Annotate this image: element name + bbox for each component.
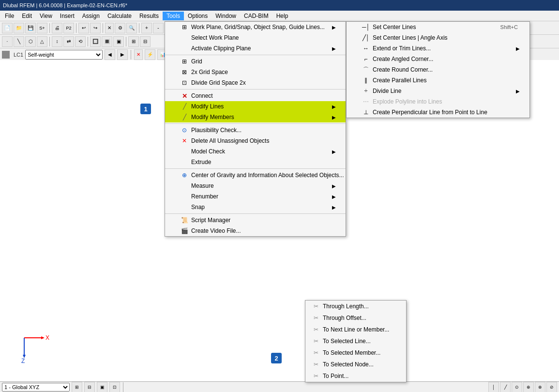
tb-open[interactable]: 📁 — [14, 23, 24, 33]
lc-prev[interactable]: ◀ — [105, 49, 115, 60]
dd-activate-clipping[interactable]: Activate Clipping Plane ▶ — [165, 43, 346, 54]
dd-perpendicular-line[interactable]: ⊥ Create Perpendicular Line from Point t… — [347, 107, 529, 118]
bt-2[interactable]: ╱ — [500, 382, 511, 392]
dd-to-point[interactable]: ✂ To Point... — [305, 370, 406, 382]
tb-redo[interactable]: ↪ — [90, 23, 101, 33]
tb2-2[interactable]: ╲ — [14, 36, 24, 47]
tb-misc1[interactable]: ✕ — [105, 23, 114, 33]
dd-modify-lines[interactable]: ╱ Modify Lines ▶ — [165, 101, 346, 112]
dd-extend-trim[interactable]: ↔ Extend or Trim Lines... ▶ — [347, 43, 529, 54]
center-lines-icon: ─│ — [361, 23, 371, 31]
menu-results[interactable]: Results — [136, 12, 163, 20]
menu-view[interactable]: View — [36, 12, 56, 20]
dd-to-selected-node[interactable]: ✂ To Selected Node... — [305, 359, 406, 370]
dd-through-length[interactable]: ✂ Through Length... — [305, 301, 406, 312]
dd-parallel-lines[interactable]: ∥ Create Parallel Lines — [347, 75, 529, 86]
tb2-1[interactable]: · — [2, 36, 13, 47]
lc-btn1[interactable]: ✕ — [134, 49, 143, 60]
tb-print2[interactable]: P2 — [63, 23, 74, 33]
script-icon: 📜 — [180, 216, 189, 224]
menu-insert[interactable]: Insert — [56, 12, 78, 20]
lc-icon — [2, 51, 10, 59]
dd-script-manager[interactable]: 📜 Script Manager — [165, 215, 346, 226]
tb2-4[interactable]: △ — [37, 36, 47, 47]
menu-options[interactable]: Options — [184, 12, 212, 20]
tb-print[interactable]: 🖨 — [52, 23, 62, 33]
status-btn1[interactable]: ⊞ — [72, 382, 82, 392]
tb2-10[interactable]: ▣ — [113, 36, 124, 47]
tb-save2[interactable]: S+ — [37, 23, 47, 33]
dd-angled-corner[interactable]: ⌐ Create Angled Corner... — [347, 54, 529, 64]
dd-to-next-line[interactable]: ✂ To Next Line or Member... — [305, 324, 406, 335]
grid-icon: ⊞ — [180, 58, 189, 65]
dd-grid[interactable]: ⊞ Grid — [165, 56, 346, 67]
dd-modify-members[interactable]: ╱ Modify Members ▶ — [165, 112, 346, 122]
tb-zoom2[interactable]: - — [153, 23, 164, 33]
dd-divide-line[interactable]: ÷ Divide Line ▶ — [347, 86, 529, 96]
bt-1[interactable]: │ — [488, 382, 499, 392]
dd-measure[interactable]: Measure ▶ — [165, 181, 346, 191]
dd-connect[interactable]: ✕ Connect — [165, 90, 346, 101]
dd-work-plane[interactable]: ⊞ Work Plane, Grid/Snap, Object Snap, Gu… — [165, 22, 346, 32]
to-selected-node-icon: ✂ — [311, 361, 321, 368]
dd-to-selected-member[interactable]: ✂ To Selected Member... — [305, 347, 406, 359]
status-btn3[interactable]: ▣ — [97, 382, 107, 392]
menu-edit[interactable]: Edit — [18, 12, 36, 20]
tb-new[interactable]: 📄 — [2, 23, 13, 33]
tb2-7[interactable]: ⟲ — [75, 36, 86, 47]
bt-3[interactable]: ⊙ — [512, 382, 522, 392]
title-bar: Dlubal RFEM | 6.04.0008 | Example-02-EN-… — [0, 0, 559, 11]
dd-select-work-plane[interactable]: Select Work Plane — [165, 32, 346, 43]
bt-5[interactable]: ⊗ — [535, 382, 545, 392]
tb2-12[interactable]: ⊟ — [140, 36, 151, 47]
dd-center-gravity[interactable]: ⊕ Center of Gravity and Information Abou… — [165, 170, 346, 181]
round-corner-icon: ⌒ — [361, 66, 371, 74]
view-select[interactable]: 1 - Global XYZ — [2, 383, 70, 392]
dd-explode-polyline[interactable]: ⋯ Explode Polyline into Lines — [347, 96, 529, 107]
svg-marker-3 — [41, 336, 45, 339]
connect-icon: ✕ — [180, 92, 189, 100]
tb2-6[interactable]: ⇄ — [63, 36, 74, 47]
dd-snap[interactable]: Snap ▶ — [165, 202, 346, 212]
dd-set-center-lines-angle[interactable]: ╱│ Set Center Lines | Angle Axis — [347, 32, 529, 43]
dd-extrude[interactable]: Extrude — [165, 157, 346, 167]
status-btn4[interactable]: ⊡ — [109, 382, 120, 392]
lc-next[interactable]: ▶ — [117, 49, 128, 60]
menu-cad-bim[interactable]: CAD-BIM — [240, 12, 272, 20]
to-selected-member-icon: ✂ — [311, 349, 321, 357]
tb-undo[interactable]: ↩ — [78, 23, 89, 33]
status-btn2[interactable]: ⊟ — [84, 382, 95, 392]
dd-plausibility[interactable]: ⊙ Plausibility Check... — [165, 125, 346, 136]
tb-save[interactable]: 💾 — [25, 23, 36, 33]
tb2-8[interactable]: 🔲 — [90, 36, 101, 47]
bt-6[interactable]: ⊘ — [546, 382, 557, 392]
tb2-3[interactable]: ⬡ — [25, 36, 36, 47]
dd-create-video[interactable]: 🎬 Create Video File... — [165, 226, 346, 236]
menu-help[interactable]: Help — [272, 12, 292, 20]
dd-renumber[interactable]: Renumber ▶ — [165, 191, 346, 202]
dd-set-center-lines[interactable]: ─│ Set Center Lines Shift+C — [347, 22, 529, 32]
tb-zoom1[interactable]: + — [141, 23, 152, 33]
menu-tools[interactable]: Tools — [163, 12, 184, 20]
menu-assign[interactable]: Assign — [78, 12, 104, 20]
dd-delete-unassigned[interactable]: ✕ Delete All Unassigned Objects — [165, 136, 346, 146]
tb2-5[interactable]: ↕ — [52, 36, 62, 47]
dd-to-selected-line[interactable]: ✂ To Selected Line... — [305, 335, 406, 347]
dd-2x-grid[interactable]: ⊠ 2x Grid Space — [165, 67, 346, 77]
dd-through-offset[interactable]: ✂ Through Offset... — [305, 312, 406, 324]
tb2-11[interactable]: ⊞ — [128, 36, 139, 47]
sep — [49, 23, 50, 33]
parallel-lines-icon: ∥ — [361, 76, 371, 84]
tb-misc3[interactable]: 🔍 — [126, 23, 137, 33]
menu-calculate[interactable]: Calculate — [104, 12, 136, 20]
bt-4[interactable]: ⊕ — [523, 382, 534, 392]
menu-file[interactable]: File — [1, 12, 18, 20]
dd-round-corner[interactable]: ⌒ Create Round Corner... — [347, 64, 529, 75]
dd-divide-grid[interactable]: ⊡ Divide Grid Space 2x — [165, 77, 346, 88]
lc-btn2[interactable]: ⚡ — [145, 49, 155, 60]
lc-select[interactable]: Self-weight — [25, 50, 103, 60]
menu-window[interactable]: Window — [212, 12, 240, 20]
dd-model-check[interactable]: Model Check ▶ — [165, 146, 346, 157]
tb-misc2[interactable]: ⚙ — [115, 23, 125, 33]
tb2-9[interactable]: 🔳 — [102, 36, 112, 47]
